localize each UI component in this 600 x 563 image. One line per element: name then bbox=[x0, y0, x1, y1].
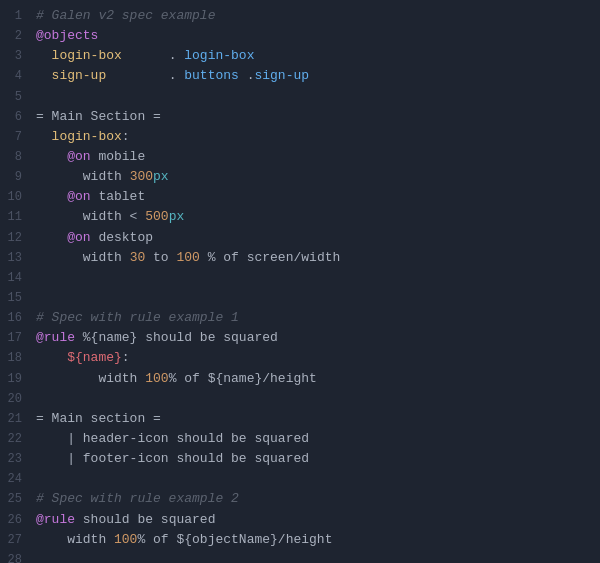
line-number: 21 bbox=[0, 410, 36, 429]
line-number: 7 bbox=[0, 128, 36, 147]
line-number: 8 bbox=[0, 148, 36, 167]
line-number: 19 bbox=[0, 370, 36, 389]
token: @objects bbox=[36, 28, 98, 43]
line-number: 1 bbox=[0, 7, 36, 26]
line-content: sign-up . buttons .sign-up bbox=[36, 66, 590, 86]
line-number: 6 bbox=[0, 108, 36, 127]
token: tablet bbox=[91, 189, 146, 204]
line-content bbox=[36, 469, 590, 489]
token: . bbox=[106, 68, 184, 83]
line-content: width 100% of ${name}/height bbox=[36, 369, 590, 389]
line-content: @on tablet bbox=[36, 187, 590, 207]
token: @rule bbox=[36, 330, 75, 345]
line-number: 22 bbox=[0, 430, 36, 449]
line-content: | header-icon should be squared bbox=[36, 429, 590, 449]
token: width bbox=[36, 532, 114, 547]
token: = Main section = bbox=[36, 411, 161, 426]
line-content bbox=[36, 389, 590, 409]
line-number: 10 bbox=[0, 188, 36, 207]
code-line: 13 width 30 to 100 % of screen/width bbox=[0, 248, 600, 268]
code-line: 8 @on mobile bbox=[0, 147, 600, 167]
token: px bbox=[169, 209, 185, 224]
line-number: 12 bbox=[0, 229, 36, 248]
code-line: 14 bbox=[0, 268, 600, 288]
line-number: 25 bbox=[0, 490, 36, 509]
token: @on bbox=[36, 149, 91, 164]
token: sign-up bbox=[254, 68, 309, 83]
line-number: 14 bbox=[0, 269, 36, 288]
line-number: 20 bbox=[0, 390, 36, 409]
code-line: 12 @on desktop bbox=[0, 228, 600, 248]
code-line: 16# Spec with rule example 1 bbox=[0, 308, 600, 328]
code-line: 10 @on tablet bbox=[0, 187, 600, 207]
code-line: 18 ${name}: bbox=[0, 348, 600, 368]
code-line: 2@objects bbox=[0, 26, 600, 46]
line-number: 28 bbox=[0, 551, 36, 563]
token: . bbox=[239, 68, 255, 83]
line-content: width < 500px bbox=[36, 207, 590, 227]
line-number: 9 bbox=[0, 168, 36, 187]
token: # Spec with rule example 2 bbox=[36, 491, 239, 506]
code-line: 15 bbox=[0, 288, 600, 308]
token: width bbox=[36, 250, 130, 265]
line-content: = Main section = bbox=[36, 409, 590, 429]
code-line: 25# Spec with rule example 2 bbox=[0, 489, 600, 509]
token: @rule bbox=[36, 512, 75, 527]
code-line: 11 width < 500px bbox=[0, 207, 600, 227]
line-content: = Main Section = bbox=[36, 107, 590, 127]
token: | footer-icon should be squared bbox=[36, 451, 309, 466]
line-content: @rule should be squared bbox=[36, 510, 590, 530]
code-line: 17@rule %{name} should be squared bbox=[0, 328, 600, 348]
code-line: 3 login-box . login-box bbox=[0, 46, 600, 66]
token: # Galen v2 spec example bbox=[36, 8, 215, 23]
line-number: 5 bbox=[0, 88, 36, 107]
token: : bbox=[122, 129, 130, 144]
token: mobile bbox=[91, 149, 146, 164]
line-content: @rule %{name} should be squared bbox=[36, 328, 590, 348]
line-number: 13 bbox=[0, 249, 36, 268]
token: 30 bbox=[130, 250, 146, 265]
token: 100 bbox=[145, 371, 168, 386]
line-content: width 100% of ${objectName}/height bbox=[36, 530, 590, 550]
line-content: # Spec with rule example 2 bbox=[36, 489, 590, 509]
code-line: 23 | footer-icon should be squared bbox=[0, 449, 600, 469]
code-line: 21= Main section = bbox=[0, 409, 600, 429]
token: ${name} bbox=[36, 350, 122, 365]
line-content: @on desktop bbox=[36, 228, 590, 248]
token: @on bbox=[36, 230, 91, 245]
token: = Main Section = bbox=[36, 109, 161, 124]
token: % of screen/width bbox=[200, 250, 340, 265]
line-content: @objects bbox=[36, 26, 590, 46]
code-line: 22 | header-icon should be squared bbox=[0, 429, 600, 449]
line-content: width 300px bbox=[36, 167, 590, 187]
line-number: 16 bbox=[0, 309, 36, 328]
code-line: 28 bbox=[0, 550, 600, 563]
code-line: 24 bbox=[0, 469, 600, 489]
line-number: 11 bbox=[0, 208, 36, 227]
code-line: 26@rule should be squared bbox=[0, 510, 600, 530]
token: . bbox=[122, 48, 184, 63]
token: width < bbox=[36, 209, 145, 224]
line-content bbox=[36, 268, 590, 288]
line-content: login-box . login-box bbox=[36, 46, 590, 66]
token: to bbox=[145, 250, 176, 265]
code-line: 5 bbox=[0, 87, 600, 107]
token: %{name} should be squared bbox=[75, 330, 278, 345]
token: | header-icon should be squared bbox=[36, 431, 309, 446]
line-content bbox=[36, 87, 590, 107]
line-content: @on mobile bbox=[36, 147, 590, 167]
line-content: ${name}: bbox=[36, 348, 590, 368]
code-line: 20 bbox=[0, 389, 600, 409]
line-content: # Galen v2 spec example bbox=[36, 6, 590, 26]
line-content: # Spec with rule example 1 bbox=[36, 308, 590, 328]
token: 500 bbox=[145, 209, 168, 224]
line-number: 23 bbox=[0, 450, 36, 469]
token: : bbox=[122, 350, 130, 365]
token: desktop bbox=[91, 230, 153, 245]
token: sign-up bbox=[36, 68, 106, 83]
code-line: 6= Main Section = bbox=[0, 107, 600, 127]
line-content bbox=[36, 550, 590, 563]
line-number: 3 bbox=[0, 47, 36, 66]
code-line: 4 sign-up . buttons .sign-up bbox=[0, 66, 600, 86]
code-line: 1# Galen v2 spec example bbox=[0, 6, 600, 26]
